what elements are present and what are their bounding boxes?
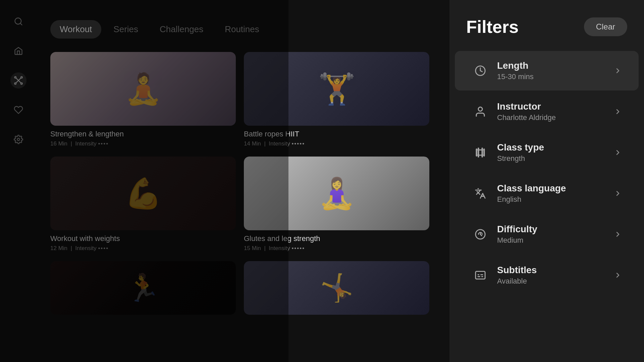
filter-item-length[interactable]: Length 15-30 mins [455,51,639,90]
card-title: Battle ropes HIIT [244,130,429,138]
filter-item-label: Instructor [497,101,614,112]
filter-item-value: English [497,195,614,204]
filter-item-instructor[interactable]: Instructor Charlotte Aldridge [455,92,639,131]
card-image: 🏃 [50,261,236,315]
card-image: 🧘‍♀️ [244,157,429,230]
filter-list: Length 15-30 mins Instructor Charlotte A… [449,50,644,296]
card-title: Glutes and leg strength [244,234,429,243]
svg-point-6 [17,138,20,141]
workout-icon[interactable] [10,72,26,88]
svg-point-3 [21,83,22,84]
clock-icon [472,62,489,79]
clear-button[interactable]: Clear [584,17,627,36]
filter-item-content: Subtitles Available [497,265,614,286]
filter-item-value: Charlotte Aldridge [497,113,614,122]
tab-routines[interactable]: Routines [215,20,269,39]
person-icon [472,103,489,120]
filter-item-subtitles[interactable]: Subtitles Available [455,255,639,295]
card-image: 💪 [50,157,236,230]
filter-header: Filters Clear [449,17,644,50]
filter-item-class-type[interactable]: Class type Strength [455,133,639,172]
svg-point-2 [14,76,16,78]
chevron-right-icon [614,108,622,116]
workout-card[interactable]: 🧘‍♀️ Glutes and leg strength 15 Min | In… [244,157,429,253]
card-meta: 15 Min | Intensity ••••• [244,245,429,252]
svg-point-4 [14,83,16,84]
filter-item-content: Instructor Charlotte Aldridge [497,101,614,122]
language-icon [472,185,489,202]
filter-item-label: Class type [497,142,614,153]
workout-grid: 🧘 Strengthen & lengthen 16 Min | Intensi… [50,52,436,315]
filter-item-class-language[interactable]: Class language English [455,174,639,213]
filter-item-value: Medium [497,236,614,245]
filter-item-label: Class language [497,183,614,194]
filter-item-value: 15-30 mins [497,72,614,81]
heart-icon[interactable] [10,102,26,118]
card-meta: 14 Min | Intensity ••••• [244,140,429,147]
filter-item-label: Length [497,60,614,71]
workout-card[interactable]: 🏋️ Battle ropes HIIT 14 Min | Intensity … [244,52,429,148]
card-title: Strengthen & lengthen [50,130,236,138]
filter-item-content: Class language English [497,183,614,204]
workout-card[interactable]: 🤸 [244,261,429,315]
card-info: Workout with weights 12 Min | Intensity … [50,230,236,253]
chevron-right-icon [614,189,622,197]
chevron-right-icon [614,148,622,157]
workout-card[interactable]: 🧘 Strengthen & lengthen 16 Min | Intensi… [50,52,236,148]
filter-item-value: Available [497,277,614,286]
search-icon[interactable] [10,13,26,29]
card-info: Strengthen & lengthen 16 Min | Intensity… [50,126,236,148]
chevron-right-icon [614,67,622,75]
filter-item-value: Strength [497,154,614,163]
tab-workout[interactable]: Workout [50,20,101,39]
dumbbell-icon [472,144,489,161]
card-image: 🤸 [244,261,429,315]
card-image: 🧘 [50,52,236,126]
svg-rect-14 [476,272,485,279]
card-meta: 16 Min | Intensity •••• [50,140,236,147]
workout-card[interactable]: 💪 Workout with weights 12 Min | Intensit… [50,157,236,253]
filter-item-content: Difficulty Medium [497,224,614,245]
filter-item-label: Difficulty [497,224,614,235]
settings-icon[interactable] [10,131,26,147]
filter-item-label: Subtitles [497,265,614,276]
tab-series[interactable]: Series [104,20,148,39]
card-title: Workout with weights [50,234,236,243]
main-content: Workout Series Challenges Routines 🧘 Str… [37,0,449,362]
card-info: Battle ropes HIIT 14 Min | Intensity •••… [244,126,429,148]
svg-point-5 [21,76,22,78]
chevron-right-icon [614,230,622,238]
filter-item-content: Length 15-30 mins [497,60,614,81]
tab-challenges[interactable]: Challenges [150,20,213,39]
filter-panel: Filters Clear Length 15-30 mins [449,0,644,362]
sidebar [0,0,37,362]
filter-item-content: Class type Strength [497,142,614,163]
home-icon[interactable] [10,43,26,59]
card-info: Glutes and leg strength 15 Min | Intensi… [244,230,429,253]
chevron-right-icon [614,271,622,279]
card-image: 🏋️ [244,52,429,126]
tab-bar: Workout Series Challenges Routines [50,20,436,39]
workout-card[interactable]: 🏃 [50,261,236,315]
filter-title: Filters [466,17,519,37]
svg-point-8 [478,107,482,111]
card-meta: 12 Min | Intensity •••• [50,245,236,252]
filter-item-difficulty[interactable]: Difficulty Medium [455,215,639,254]
svg-line-1 [20,23,22,25]
gauge-icon [472,226,489,243]
subtitles-icon [472,266,489,284]
